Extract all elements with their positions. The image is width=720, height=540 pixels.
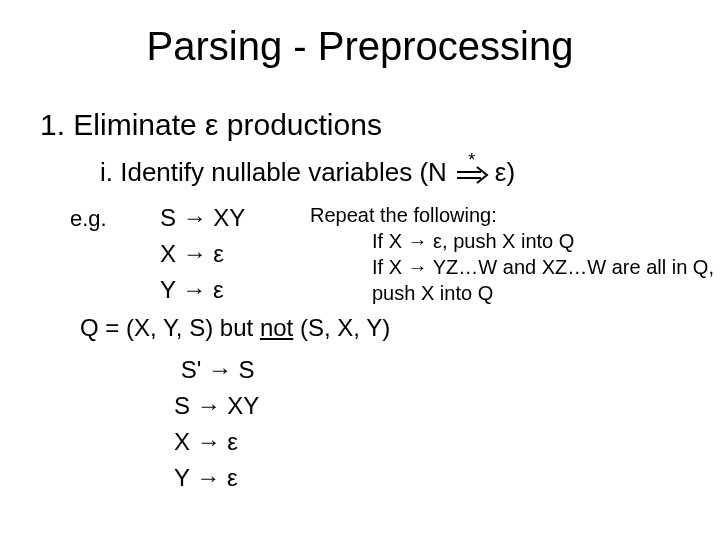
prod-y-eps: Y → ε <box>160 272 245 308</box>
queue-line: Q = (X, Y, S) but not (S, X, Y) <box>80 314 390 342</box>
repeat-heading: Repeat the following: <box>310 204 497 227</box>
repeat-line-1: If X → ε, push X into Q <box>372 228 714 254</box>
productions-block-1: S → XY X → ε Y → ε <box>160 200 245 308</box>
prod-y-eps-2: Y → ε <box>174 460 259 496</box>
prod-s-xy: S → XY <box>160 200 245 236</box>
prod-x-eps: X → ε <box>160 236 245 272</box>
qline-post: (S, X, Y) <box>293 314 390 341</box>
double-arrow-icon <box>455 160 489 191</box>
repeat-body: If X → ε, push X into Q If X → YZ…W and … <box>372 228 714 306</box>
prod-x-eps-2: X → ε <box>174 424 259 460</box>
qline-not: not <box>260 314 293 341</box>
productions-block-2: S' → S S → XY X → ε Y → ε <box>174 352 259 496</box>
qline-pre: Q = (X, Y, S) but <box>80 314 260 341</box>
identify-prefix: i. Identify nullable variables (N <box>100 157 447 188</box>
slide-title: Parsing - Preprocessing <box>0 24 720 69</box>
prod-s-xy-2: S → XY <box>174 388 259 424</box>
prod-sprime-s: S' → S <box>174 352 259 388</box>
repeat-line-2: If X → YZ…W and XZ…W are all in Q, <box>372 254 714 280</box>
example-label: e.g. <box>70 206 107 232</box>
derives-arrow: * <box>455 154 489 188</box>
repeat-line-3: push X into Q <box>372 280 714 306</box>
substep-identify: i. Identify nullable variables (N * ε) <box>100 154 515 188</box>
slide: Parsing - Preprocessing 1. Eliminate ε p… <box>0 0 720 540</box>
identify-suffix: ε) <box>495 157 515 188</box>
step-1-heading: 1. Eliminate ε productions <box>40 108 382 142</box>
